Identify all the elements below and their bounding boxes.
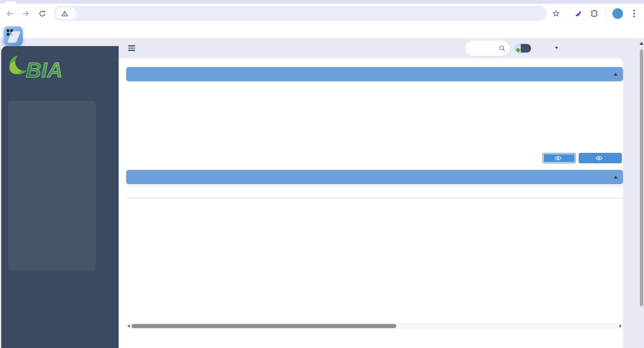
view-button[interactable] xyxy=(542,153,576,163)
scroll-up-icon[interactable] xyxy=(640,42,644,45)
extensions-puzzle-icon[interactable] xyxy=(590,10,598,17)
scroll-left-icon[interactable] xyxy=(127,324,130,328)
bia-logo: BIA xyxy=(8,50,77,85)
eye-icon xyxy=(596,156,602,160)
extension-rocket-icon[interactable] xyxy=(574,10,582,17)
result-table-header xyxy=(126,186,623,198)
warning-icon xyxy=(62,11,68,16)
browser-tabstrip xyxy=(0,0,644,4)
browser-toolbar xyxy=(0,4,644,24)
forward-icon[interactable] xyxy=(22,10,30,17)
vertical-scrollbar[interactable] xyxy=(639,38,644,348)
search-form xyxy=(126,81,623,166)
bookmarks-bar xyxy=(0,24,644,38)
horizontal-scrollbar[interactable] xyxy=(126,323,623,329)
vertical-scrollbar-thumb[interactable] xyxy=(640,49,643,306)
screen-capture-overlay-icon[interactable] xyxy=(4,26,22,46)
browser-profile-avatar[interactable] xyxy=(612,8,623,19)
main-content xyxy=(119,38,639,348)
search-panel-header[interactable] xyxy=(126,67,623,81)
export-excel-button[interactable] xyxy=(579,153,622,163)
screen: BIA xyxy=(0,0,644,348)
browser-menu-icon[interactable] xyxy=(633,10,635,19)
user-menu-caret-icon[interactable] xyxy=(555,47,558,49)
page-sheet xyxy=(119,59,623,348)
result-panel-header[interactable] xyxy=(126,170,623,184)
avatar[interactable] xyxy=(514,44,531,53)
topnav-search-input[interactable] xyxy=(465,41,510,56)
collapse-caret-icon[interactable] xyxy=(614,73,618,76)
search-panel xyxy=(126,67,623,166)
site-security-chip[interactable] xyxy=(56,8,76,19)
result-panel xyxy=(126,170,623,348)
hamburger-icon[interactable] xyxy=(128,45,135,52)
sidebar-report-panel xyxy=(8,101,96,270)
search-icon xyxy=(499,45,505,52)
horizontal-scrollbar-thumb[interactable] xyxy=(132,324,396,328)
collapse-caret-icon[interactable] xyxy=(614,175,618,178)
web-app: BIA xyxy=(0,38,644,348)
address-bar[interactable] xyxy=(54,6,547,21)
scroll-right-icon[interactable] xyxy=(620,324,622,328)
bookmark-star-icon[interactable] xyxy=(552,10,560,17)
sidebar: BIA xyxy=(1,46,119,348)
eye-icon xyxy=(554,156,561,160)
result-table-body xyxy=(126,198,623,316)
button-row xyxy=(126,153,623,163)
active-tab-corner xyxy=(4,1,17,4)
toolbar-separator xyxy=(606,10,606,18)
back-icon[interactable] xyxy=(6,10,14,17)
svg-text:BIA: BIA xyxy=(26,58,63,82)
topnav xyxy=(119,38,639,59)
reload-icon[interactable] xyxy=(38,10,46,17)
